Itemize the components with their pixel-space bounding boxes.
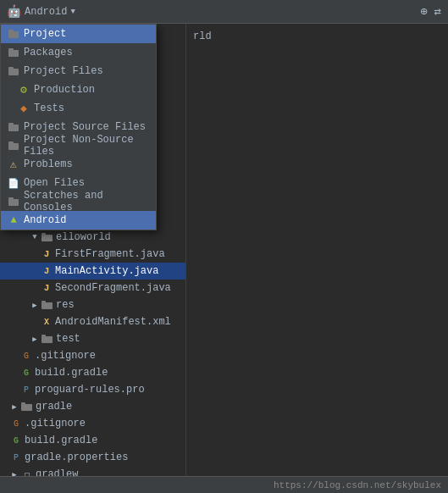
svg-rect-17 [41,335,46,337]
helloworld-folder-icon [41,231,53,243]
status-bar: https://blog.csdn.net/skybulex [0,476,448,493]
test-arrow-icon [30,335,39,343]
build-gradle1-icon: G [20,367,32,379]
dropdown-item-project[interactable]: Project [1,25,156,43]
dropdown-item-tests-label: Tests [34,102,64,114]
svg-rect-8 [8,143,19,150]
helloworld-arrow-icon [30,233,39,241]
status-url: https://blog.csdn.net/skybulex [274,480,441,490]
dropdown-item-project-files-label: Project Files [24,65,103,77]
dropdown-item-scratches-label: Scratches and Consoles [24,190,149,213]
gradle-folder-arrow-icon [10,402,19,411]
tree-item-main-activity-label: MainActivity.java [55,265,158,277]
tree-item-proguard-label: proguard-rules.pro [35,384,145,396]
toolbar-icons: ⊕ ⇄ [420,4,441,19]
dropdown-item-packages[interactable]: Packages [1,43,156,62]
dropdown-item-open-files-label: Open Files [24,177,85,189]
tree-item-android-manifest[interactable]: X AndroidManifest.xml [0,313,185,330]
dropdown-item-scratches[interactable]: Scratches and Consoles [1,192,156,211]
android-manifest-icon: X [41,316,53,328]
tree-item-res[interactable]: res [0,296,185,313]
svg-rect-5 [8,67,14,69]
tree-item-proguard[interactable]: P proguard-rules.pro [0,381,185,398]
file-tree-content: elloworld J FirstFragment.java J MainAct… [0,229,185,493]
tree-item-gradle-folder[interactable]: gradle [0,398,185,415]
add-icon[interactable]: ⊕ [420,4,427,19]
svg-rect-0 [8,31,19,38]
tree-item-build-gradle1[interactable]: G build.gradle [0,364,185,381]
project-files-folder-icon [8,65,19,77]
tree-item-test-label: test [56,333,80,345]
project-folder-icon [8,28,19,40]
project-source-files-icon [8,121,19,133]
dropdown-item-production-label: Production [34,84,95,96]
gradle-folder-icon [21,401,33,413]
gitignore1-icon: G [20,350,32,362]
problems-icon: ⚠ [8,158,19,170]
toolbar: 🤖 Android ▼ ⊕ ⇄ [0,0,448,24]
dropdown-item-android[interactable]: ▲ Android [1,211,156,230]
dropdown-item-tests[interactable]: ◆ Tests [1,99,156,118]
dropdown-menu: Project Packages Project Files ⚙ Product… [0,24,157,230]
svg-rect-14 [41,302,53,309]
tree-item-test[interactable]: test [0,330,185,347]
tree-item-gitignore1-label: .gitignore [35,350,96,362]
scratches-icon [8,196,19,208]
tree-item-helloworld-label: elloworld [56,231,111,243]
tree-item-main-activity[interactable]: J MainActivity.java [0,263,185,280]
toolbar-label: Android [25,6,67,18]
tree-item-res-label: res [56,299,75,311]
svg-rect-16 [41,336,53,343]
dropdown-item-problems-label: Problems [24,158,73,170]
second-fragment-icon: J [41,282,53,294]
dropdown-item-project-source-files-label: Project Source Files [24,121,146,133]
res-folder-icon [41,299,53,311]
dropdown-item-packages-label: Packages [24,47,73,58]
tree-item-first-fragment[interactable]: J FirstFragment.java [0,246,185,263]
svg-rect-3 [8,48,14,51]
proguard-icon: P [20,384,32,396]
tree-item-gradle-folder-label: gradle [36,401,72,413]
main-area: Project Packages Project Files ⚙ Product… [0,24,448,493]
toolbar-title[interactable]: 🤖 Android ▼ [7,4,75,19]
dropdown-item-production[interactable]: ⚙ Production [1,80,156,99]
svg-rect-11 [8,197,14,200]
tree-item-build-gradle2-label: build.gradle [25,435,97,446]
tree-item-gitignore2[interactable]: G .gitignore [0,415,185,432]
open-files-icon: 📄 [8,177,19,189]
tree-item-gitignore2-label: .gitignore [25,418,86,429]
test-folder-icon [41,333,53,345]
svg-rect-4 [8,69,19,75]
android-dropdown-icon: ▲ [8,214,19,226]
svg-rect-10 [8,199,19,206]
sync-icon[interactable]: ⇄ [434,4,441,19]
content-hint: rld [193,30,212,42]
dropdown-arrow-icon[interactable]: ▼ [70,8,75,16]
dropdown-item-project-label: Project [24,28,66,40]
svg-rect-19 [21,402,25,405]
tree-item-build-gradle2[interactable]: G build.gradle [0,432,185,449]
res-arrow-icon [30,301,39,309]
svg-rect-7 [8,123,14,125]
tree-item-gitignore1[interactable]: G .gitignore [0,347,185,364]
gitignore2-icon: G [10,418,22,429]
svg-rect-18 [21,404,32,411]
svg-rect-6 [8,125,19,131]
dropdown-item-project-non-source-files[interactable]: Project Non-Source Files [1,136,156,155]
main-activity-icon: J [41,265,53,277]
first-fragment-icon: J [41,248,53,260]
dropdown-item-problems[interactable]: ⚠ Problems [1,155,156,174]
content-area: rld [186,24,448,493]
tree-item-second-fragment[interactable]: J SecondFragment.java [0,280,185,296]
tree-item-helloworld[interactable]: elloworld [0,229,185,246]
tree-item-gradle-properties-label: gradle.properties [25,451,128,463]
packages-icon [8,47,19,58]
production-icon: ⚙ [18,84,30,96]
svg-rect-9 [8,141,14,144]
svg-rect-12 [41,235,53,241]
tree-item-gradle-properties[interactable]: P gradle.properties [0,449,185,466]
gradle-properties-icon: P [10,451,22,463]
dropdown-item-project-files[interactable]: Project Files [1,62,156,80]
dropdown-item-project-non-source-files-label: Project Non-Source Files [24,134,149,158]
file-tree-panel: Project Packages Project Files ⚙ Product… [0,24,186,493]
